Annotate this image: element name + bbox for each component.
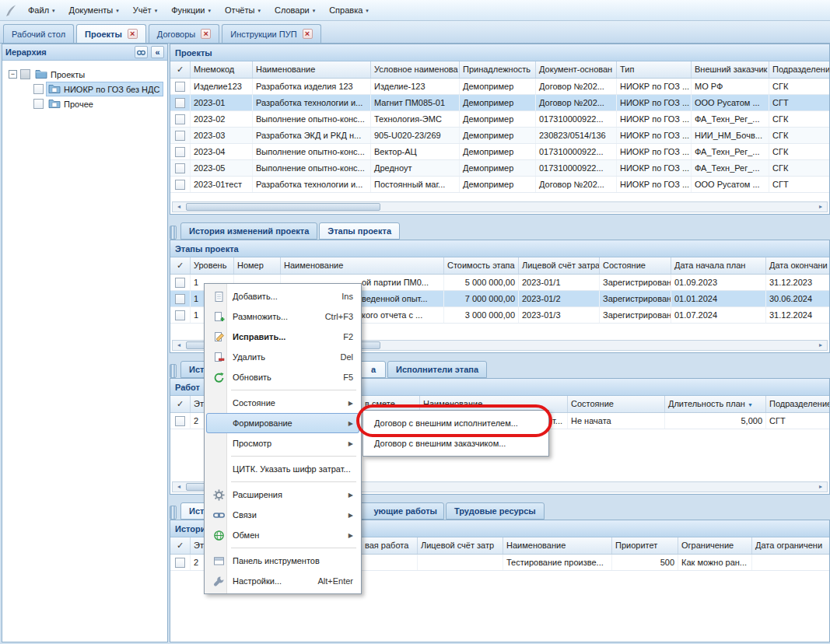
row-checkbox[interactable] xyxy=(175,310,185,320)
close-icon[interactable]: × xyxy=(128,29,138,39)
menu-file[interactable]: Файл▾ xyxy=(22,2,61,19)
menu-documents[interactable]: Документы▾ xyxy=(63,2,125,19)
row-checkbox[interactable] xyxy=(175,416,185,426)
column-department[interactable]: Подразделение xyxy=(769,61,829,78)
column-stage-cost[interactable]: Стоимость этапа xyxy=(444,257,519,274)
tab-project-stages[interactable]: Этапы проекта xyxy=(319,222,400,240)
submenu-item-external-contractor-contract[interactable]: Договор с внешним исполнителем... xyxy=(365,413,547,433)
column-plan-duration[interactable]: Длительность план▼ xyxy=(665,396,766,412)
close-icon[interactable]: × xyxy=(303,29,313,39)
row-checkbox[interactable] xyxy=(175,98,185,108)
column-end-date[interactable]: Дата окончани xyxy=(766,257,829,274)
menu-item-edit[interactable]: Исправить... F2 xyxy=(206,327,359,347)
tab-contracts[interactable]: Договоры× xyxy=(149,24,219,43)
menu-dictionaries[interactable]: Словари▾ xyxy=(268,2,321,19)
column-external-customer[interactable]: Внешний заказчик xyxy=(692,61,769,78)
column-cost-account[interactable]: Лицевой счёт затр xyxy=(418,537,503,554)
column-name[interactable]: Наименование xyxy=(503,537,612,554)
scroll-right-button[interactable]: ▸ xyxy=(815,341,826,350)
row-checkbox[interactable] xyxy=(175,558,185,568)
menu-reports[interactable]: Отчёты▾ xyxy=(219,2,267,19)
scrollbar-thumb[interactable] xyxy=(186,203,380,211)
select-all-header[interactable]: ✓ xyxy=(170,61,191,78)
tree-checkbox[interactable] xyxy=(20,69,30,79)
column-state[interactable]: Состояние xyxy=(568,396,665,412)
table-row[interactable]: 2023-04 Выполнение опытно-конс... Вектор… xyxy=(170,144,829,160)
menu-item-refresh[interactable]: Обновить F5 xyxy=(206,367,359,387)
column-constraint-date[interactable]: Дата ограничени xyxy=(752,537,829,554)
tree-node-niokr[interactable]: НИОКР по ГОЗ без НДС xyxy=(4,82,166,96)
column-type[interactable]: Тип xyxy=(617,61,692,78)
column-level[interactable]: Уровень xyxy=(191,257,234,274)
menu-item-extensions[interactable]: Расширения ▶ xyxy=(206,485,359,505)
table-row[interactable]: 2023-05 Выполнение опытно-конс... Дредно… xyxy=(170,160,829,177)
row-checkbox[interactable] xyxy=(175,278,185,288)
menu-item-links[interactable]: Связи ▶ xyxy=(206,505,359,525)
collapse-panel-button[interactable]: « xyxy=(151,46,164,58)
tree-checkbox[interactable] xyxy=(33,84,44,94)
collapse-expander-icon[interactable]: − xyxy=(9,70,17,79)
row-checkbox[interactable] xyxy=(175,163,185,173)
menu-item-settings[interactable]: Настройки... Alt+Enter xyxy=(206,571,359,591)
column-name[interactable]: Наименование xyxy=(281,257,444,274)
menu-functions[interactable]: Функции▾ xyxy=(165,2,217,19)
tab-projects[interactable]: Проекты× xyxy=(76,24,146,43)
scroll-right-button[interactable]: ▸ xyxy=(815,203,826,212)
tab-labor-resources[interactable]: Трудовые ресурсы xyxy=(446,502,545,520)
row-checkbox[interactable] xyxy=(175,131,185,141)
row-checkbox[interactable] xyxy=(175,82,185,92)
menu-item-duplicate[interactable]: Размножить... Ctrl+F3 xyxy=(206,306,359,327)
tab-drag-handle[interactable] xyxy=(170,226,177,240)
select-all-header[interactable]: ✓ xyxy=(170,396,191,412)
menu-item-formation[interactable]: Формирование ▶ xyxy=(206,413,359,433)
row-checkbox[interactable] xyxy=(175,147,185,157)
column-base-document[interactable]: Документ-основан xyxy=(536,61,617,78)
column-state[interactable]: Состояние xyxy=(600,257,671,274)
tab-pup-instructions[interactable]: Инструкции ПУП× xyxy=(222,24,320,43)
menu-help[interactable]: Справка▾ xyxy=(323,2,375,19)
column-code-name[interactable]: Условное наименова xyxy=(371,61,460,78)
column-cost-account[interactable]: Лицевой счёт затрат. xyxy=(519,257,600,274)
tab-drag-handle[interactable] xyxy=(170,506,177,520)
scroll-left-button[interactable]: ◂ xyxy=(173,483,184,492)
menu-item-state[interactable]: Состояние ▶ xyxy=(206,393,359,413)
table-row-selected[interactable]: 2023-01 Разработка технологии и... Магни… xyxy=(170,95,829,111)
scroll-left-button[interactable]: ◂ xyxy=(173,203,184,212)
select-all-header[interactable]: ✓ xyxy=(170,537,191,554)
scroll-right-button[interactable]: ▸ xyxy=(815,483,826,492)
menu-item-exchange[interactable]: Обмен ▶ xyxy=(206,525,359,545)
menu-item-view[interactable]: Просмотр ▶ xyxy=(206,433,359,453)
menu-item-add[interactable]: Добавить... Ins xyxy=(206,286,359,306)
close-icon[interactable]: × xyxy=(201,29,211,39)
menu-item-delete[interactable]: Удалить Del xyxy=(206,347,359,367)
menu-item-toolbar-panel[interactable]: Панель инструментов xyxy=(206,551,359,571)
row-checkbox[interactable] xyxy=(175,294,185,304)
column-name[interactable]: Наименование xyxy=(253,61,371,78)
search-button[interactable] xyxy=(135,46,148,58)
row-checkbox[interactable] xyxy=(175,114,185,124)
tab-drag-handle[interactable] xyxy=(170,364,177,378)
column-plan-start-date[interactable]: Дата начала план xyxy=(671,257,766,274)
column-constraint[interactable]: Ограничение xyxy=(678,537,752,554)
tree-checkbox[interactable] xyxy=(33,99,44,109)
select-all-header[interactable]: ✓ xyxy=(170,257,191,274)
column-mnemocode[interactable]: Мнемокод xyxy=(191,61,253,78)
horizontal-scrollbar[interactable]: ◂ ▸ xyxy=(172,201,828,212)
menu-accounting[interactable]: Учёт▾ xyxy=(127,2,163,19)
column-preceding-work[interactable]: вая работа xyxy=(362,537,418,554)
tab-project-history[interactable]: История изменений проекта xyxy=(180,222,317,240)
table-row[interactable]: Изделие123 Разработка изделия 123 Издели… xyxy=(170,79,829,95)
column-executing-department[interactable]: Подразделение-испо xyxy=(766,396,829,412)
column-number[interactable]: Номер xyxy=(234,257,281,274)
menu-item-citk-cost-code[interactable]: ЦИТК. Указать шифр затрат... xyxy=(206,459,359,479)
submenu-item-external-customer-contract[interactable]: Договор с внешним заказчиком... xyxy=(365,433,547,453)
table-row[interactable]: 2023-01тест Разработка технологии и... П… xyxy=(170,177,829,193)
column-priority[interactable]: Приоритет xyxy=(612,537,678,554)
tab-desktop[interactable]: Рабочий стол xyxy=(3,24,74,43)
scroll-left-button[interactable]: ◂ xyxy=(173,341,184,350)
table-row[interactable]: 2023-03 Разработка ЭКД и РКД н... 905-U0… xyxy=(170,128,829,144)
tab-stage-executors[interactable]: Исполнители этапа xyxy=(387,361,487,378)
row-checkbox[interactable] xyxy=(175,180,185,190)
table-row[interactable]: 2023-02 Выполнение опытно-конс... Технол… xyxy=(170,111,829,128)
tree-node-projects[interactable]: − Проекты xyxy=(4,67,166,82)
